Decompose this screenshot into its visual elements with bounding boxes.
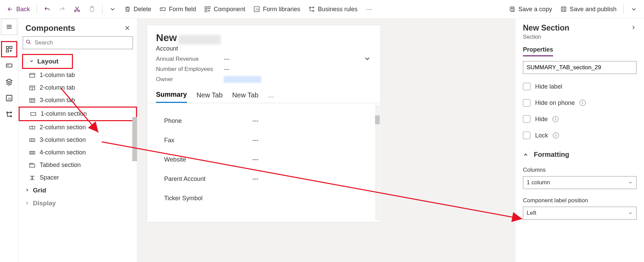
label-position-value: Left <box>527 210 536 217</box>
delete-button[interactable]: Delete <box>121 4 155 15</box>
hamburger-button[interactable] <box>1 19 17 35</box>
item-label: Tabbed section <box>40 162 81 169</box>
rail-layers[interactable] <box>1 74 17 90</box>
field-value: --- <box>224 66 230 73</box>
row-label: Fax <box>164 137 252 144</box>
field-value: --- <box>224 56 230 62</box>
rail-js[interactable]: JS <box>1 90 17 106</box>
formatting-header[interactable]: Formatting <box>523 151 637 158</box>
hide-phone-checkbox[interactable] <box>523 99 530 107</box>
item-3col-section[interactable]: 3-column section <box>19 134 137 146</box>
item-1col-section[interactable]: 1-column section <box>19 107 137 121</box>
svg-point-11 <box>313 10 314 11</box>
rail-rules[interactable] <box>1 106 17 123</box>
item-4col-section[interactable]: 4-column section <box>19 146 137 159</box>
hide-phone-text: Hide on phone <box>535 99 575 107</box>
tabs-overflow[interactable]: ⋯ <box>268 93 274 100</box>
item-tabbed-section[interactable]: Tabbed section <box>19 159 137 171</box>
columns-label: Columns <box>523 167 637 173</box>
entity-label: Account <box>156 45 372 52</box>
component-icon <box>204 6 211 13</box>
publish-chevron[interactable] <box>627 4 641 15</box>
item-3col-tab[interactable]: 3-column tab <box>19 94 137 107</box>
svg-point-22 <box>11 116 12 117</box>
save-copy-button[interactable]: Save a copy <box>506 4 555 15</box>
svg-rect-17 <box>6 50 8 52</box>
overflow-button[interactable]: ⋯ <box>362 4 376 15</box>
component-button[interactable]: Component <box>201 4 249 15</box>
undo-button[interactable] <box>40 4 54 15</box>
svg-rect-25 <box>30 73 35 77</box>
separator <box>37 4 37 14</box>
hide-label-checkbox[interactable] <box>523 83 530 90</box>
svg-rect-14 <box>561 7 566 11</box>
tab-new1[interactable]: New Tab <box>196 91 222 102</box>
row-value[interactable]: --- <box>252 117 258 125</box>
form-libraries-button[interactable]: JS Form libraries <box>250 4 304 15</box>
props-expand[interactable] <box>630 24 637 32</box>
rail-form-field[interactable] <box>1 57 17 74</box>
item-spacer[interactable]: Spacer <box>19 171 137 184</box>
spacer-icon <box>29 174 36 181</box>
props-tab-properties[interactable]: Properties <box>523 46 553 56</box>
form-canvas: New Account Annual Revenue--- Number of … <box>137 19 515 262</box>
info-icon[interactable]: i <box>552 116 559 122</box>
cut-button[interactable] <box>70 4 84 15</box>
columns-select[interactable]: 1 column <box>523 176 637 189</box>
paste-button[interactable] <box>85 4 99 15</box>
form-scrollbar-thumb[interactable] <box>375 115 380 124</box>
chevron-down-icon <box>109 6 116 13</box>
row-value[interactable]: --- <box>252 156 258 163</box>
undo-icon <box>44 6 51 13</box>
group-layout[interactable]: Layout <box>22 54 73 69</box>
svg-rect-16 <box>10 46 12 49</box>
search-input[interactable] <box>23 36 133 49</box>
label-position-select[interactable]: Left <box>523 207 637 220</box>
group-layout-label: Layout <box>37 58 58 65</box>
search-icon <box>25 39 32 45</box>
close-panel-button[interactable]: ✕ <box>124 24 130 32</box>
svg-rect-5 <box>205 7 207 9</box>
form-field-button[interactable]: Form field <box>156 4 199 15</box>
item-label: Spacer <box>40 174 59 181</box>
panel-scrollbar[interactable] <box>132 117 137 161</box>
save-publish-button[interactable]: Save and publish <box>557 4 620 15</box>
info-icon[interactable]: i <box>580 100 586 106</box>
field-label: Owner <box>156 76 217 85</box>
hide-checkbox[interactable] <box>523 115 530 123</box>
panel-title: Components <box>25 23 75 33</box>
rail-components[interactable] <box>1 41 17 57</box>
back-button[interactable]: Back <box>3 4 33 15</box>
lock-checkbox[interactable] <box>523 132 530 139</box>
item-label: 3-column tab <box>40 97 75 104</box>
svg-rect-32 <box>30 164 35 167</box>
group-grid[interactable]: Grid <box>19 184 137 197</box>
header-expand[interactable] <box>364 55 371 63</box>
redo-button[interactable] <box>55 4 69 15</box>
label-position-label: Component label position <box>523 197 637 204</box>
group-grid-label: Grid <box>33 187 46 194</box>
tab-new2[interactable]: New Tab <box>232 91 258 102</box>
left-rail: JS <box>0 19 19 262</box>
js-icon: JS <box>253 6 260 13</box>
row-value[interactable]: --- <box>252 175 258 183</box>
group-display[interactable]: Display <box>19 197 137 210</box>
chevron-down-icon <box>628 211 633 216</box>
row-value[interactable]: --- <box>252 137 258 144</box>
item-1col-tab[interactable]: 1-column tab <box>19 69 137 81</box>
svg-rect-6 <box>208 7 210 9</box>
svg-rect-27 <box>30 98 35 102</box>
back-label: Back <box>16 6 30 13</box>
chevron-down-icon <box>29 58 34 65</box>
business-rules-button[interactable]: Business rules <box>305 4 361 15</box>
separator <box>623 4 624 14</box>
form-field-icon <box>159 6 166 13</box>
item-2col-section[interactable]: 2-column section <box>19 121 137 134</box>
chevron-button[interactable] <box>106 4 119 15</box>
tab-summary[interactable]: Summary <box>156 91 187 103</box>
tab2-icon <box>29 85 36 91</box>
item-2col-tab[interactable]: 2-column tab <box>19 81 137 94</box>
info-icon[interactable]: i <box>553 132 559 138</box>
section-name-input[interactable] <box>523 61 637 74</box>
svg-rect-28 <box>31 112 36 115</box>
